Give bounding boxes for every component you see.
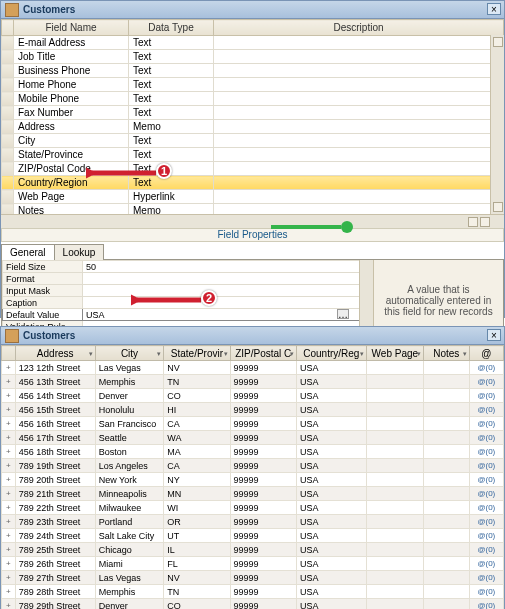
field-name-cell[interactable]: Business Phone [14,64,129,78]
cell-webpage[interactable] [366,403,423,417]
expand-icon[interactable]: + [2,417,16,431]
cell-notes[interactable] [423,571,469,585]
col-zip[interactable]: ZIP/Postal C▾ [230,346,296,361]
property-value[interactable]: 50 [83,261,373,273]
col-notes[interactable]: Notes▾ [423,346,469,361]
property-row[interactable]: Field Size50 [3,261,373,273]
cell-city[interactable]: Honolulu [95,403,164,417]
data-row[interactable]: +456 13th StreetMemphisTN99999USA@(0) [2,375,504,389]
cell-state[interactable]: HI [164,403,230,417]
expand-icon[interactable]: + [2,529,16,543]
data-row[interactable]: +123 12th StreetLas VegasNV99999USA@(0) [2,361,504,375]
expand-icon[interactable]: + [2,431,16,445]
property-row[interactable]: Default ValueUSA [3,309,373,321]
cell-city[interactable]: Seattle [95,431,164,445]
cell-webpage[interactable] [366,445,423,459]
cell-state[interactable]: TN [164,375,230,389]
cell-webpage[interactable] [366,571,423,585]
data-type-cell[interactable]: Text [129,162,214,176]
row-selector[interactable] [2,162,14,176]
field-row[interactable]: Country/RegionText [2,176,504,190]
field-name-cell[interactable]: Fax Number [14,106,129,120]
cell-zip[interactable]: 99999 [230,529,296,543]
property-row[interactable]: Format [3,273,373,285]
row-selector[interactable] [2,36,14,50]
scroll-right-icon[interactable] [480,217,490,227]
cell-notes[interactable] [423,445,469,459]
data-row[interactable]: +456 15th StreetHonoluluHI99999USA@(0) [2,403,504,417]
horizontal-scrollbar[interactable] [1,214,504,228]
cell-state[interactable]: CA [164,417,230,431]
description-cell[interactable] [214,134,504,148]
cell-attachment[interactable]: @(0) [469,445,503,459]
cell-notes[interactable] [423,487,469,501]
col-attachment[interactable]: @ [469,346,503,361]
cell-attachment[interactable]: @(0) [469,515,503,529]
property-value[interactable]: USA [83,309,373,321]
vertical-scrollbar[interactable] [490,35,504,214]
cell-attachment[interactable]: @(0) [469,529,503,543]
cell-attachment[interactable]: @(0) [469,599,503,610]
field-row[interactable]: NotesMemo [2,204,504,215]
description-cell[interactable] [214,92,504,106]
col-data-type[interactable]: Data Type [129,20,214,36]
data-row[interactable]: +789 20th StreetNew YorkNY99999USA@(0) [2,473,504,487]
cell-notes[interactable] [423,585,469,599]
description-cell[interactable] [214,162,504,176]
data-type-cell[interactable]: Text [129,134,214,148]
cell-notes[interactable] [423,557,469,571]
cell-notes[interactable] [423,431,469,445]
cell-city[interactable]: Los Angeles [95,459,164,473]
description-cell[interactable] [214,36,504,50]
data-type-cell[interactable]: Text [129,148,214,162]
cell-notes[interactable] [423,473,469,487]
tab-general[interactable]: General [1,244,55,260]
field-grid[interactable]: Field Name Data Type Description E-mail … [1,19,504,214]
description-cell[interactable] [214,120,504,134]
data-row[interactable]: +789 23th StreetPortlandOR99999USA@(0) [2,515,504,529]
expand-icon[interactable]: + [2,473,16,487]
cell-attachment[interactable]: @(0) [469,473,503,487]
cell-notes[interactable] [423,389,469,403]
expand-icon[interactable]: + [2,571,16,585]
cell-country[interactable]: USA [296,389,366,403]
cell-attachment[interactable]: @(0) [469,417,503,431]
property-row[interactable]: Caption [3,297,373,309]
cell-address[interactable]: 789 22th Street [15,501,95,515]
row-selector[interactable] [2,134,14,148]
cell-country[interactable]: USA [296,487,366,501]
data-row[interactable]: +789 24th StreetSalt Lake CityUT99999USA… [2,529,504,543]
data-type-cell[interactable]: Text [129,64,214,78]
cell-address[interactable]: 456 14th Street [15,389,95,403]
cell-state[interactable]: NV [164,571,230,585]
expand-icon[interactable]: + [2,599,16,610]
cell-notes[interactable] [423,417,469,431]
cell-webpage[interactable] [366,361,423,375]
cell-zip[interactable]: 99999 [230,599,296,610]
cell-address[interactable]: 789 21th Street [15,487,95,501]
cell-state[interactable]: MA [164,445,230,459]
cell-city[interactable]: Salt Lake City [95,529,164,543]
cell-attachment[interactable]: @(0) [469,389,503,403]
cell-zip[interactable]: 99999 [230,571,296,585]
cell-attachment[interactable]: @(0) [469,585,503,599]
data-row[interactable]: +789 25th StreetChicagoIL99999USA@(0) [2,543,504,557]
cell-zip[interactable]: 99999 [230,431,296,445]
property-value[interactable] [83,297,373,309]
cell-country[interactable]: USA [296,417,366,431]
cell-zip[interactable]: 99999 [230,473,296,487]
cell-attachment[interactable]: @(0) [469,459,503,473]
cell-country[interactable]: USA [296,585,366,599]
field-row[interactable]: Web PageHyperlink [2,190,504,204]
cell-country[interactable]: USA [296,571,366,585]
data-row[interactable]: +456 18th StreetBostonMA99999USA@(0) [2,445,504,459]
cell-webpage[interactable] [366,417,423,431]
data-type-cell[interactable]: Hyperlink [129,190,214,204]
cell-city[interactable]: Denver [95,599,164,610]
field-row[interactable]: Fax NumberText [2,106,504,120]
cell-notes[interactable] [423,403,469,417]
close-button[interactable]: × [487,3,501,15]
expand-icon[interactable]: + [2,445,16,459]
data-type-cell[interactable]: Text [129,106,214,120]
data-row[interactable]: +456 14th StreetDenverCO99999USA@(0) [2,389,504,403]
